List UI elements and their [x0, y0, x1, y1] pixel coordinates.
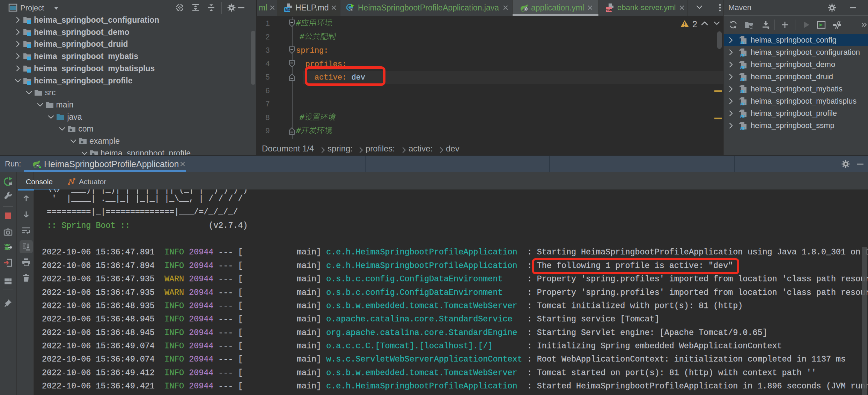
svg-text:YML: YML [606, 8, 613, 12]
svg-text:m: m [740, 39, 745, 46]
svg-text:m: m [740, 64, 745, 70]
svg-text:m: m [740, 51, 745, 58]
svg-text:m: m [740, 125, 745, 131]
svg-text:m: m [740, 100, 745, 107]
svg-text:m: m [740, 88, 745, 95]
svg-text:MD: MD [285, 8, 291, 12]
svg-text:m: m [740, 76, 745, 82]
svg-text:m: m [740, 112, 745, 119]
